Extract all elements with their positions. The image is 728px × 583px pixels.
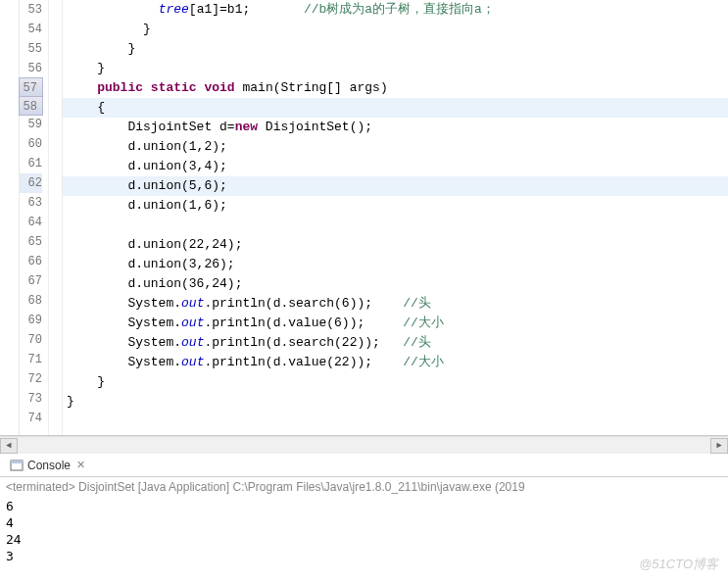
code-line[interactable]: } <box>63 59 728 78</box>
scroll-left-button[interactable]: ◄ <box>0 438 18 454</box>
line-number-gutter[interactable]: 5354555657585960616263646566676869707172… <box>20 0 49 435</box>
horizontal-scrollbar[interactable]: ◄ ► <box>0 436 728 454</box>
console-output-line: 4 <box>6 514 722 531</box>
code-line[interactable]: System.out.println(d.value(6)); //大小 <box>63 314 728 333</box>
code-line[interactable]: d.union(3,4); <box>63 157 728 176</box>
console-output: 64243 <box>6 498 722 564</box>
console-output-line: 6 <box>6 498 722 514</box>
code-line[interactable]: d.union(5,6); <box>63 176 728 196</box>
line-number[interactable]: 63 <box>20 193 42 213</box>
code-editor[interactable]: 5354555657585960616263646566676869707172… <box>0 0 728 436</box>
code-line[interactable]: } <box>63 372 728 392</box>
code-line[interactable]: d.union(1,6); <box>63 196 728 216</box>
scroll-right-button[interactable]: ► <box>710 438 728 454</box>
line-number[interactable]: 62 <box>20 173 42 193</box>
code-line[interactable]: d.union(3,26); <box>63 255 728 274</box>
line-number[interactable]: 73 <box>20 389 42 409</box>
console-output-line: 3 <box>6 548 722 564</box>
line-number[interactable]: 59 <box>20 115 42 134</box>
line-number[interactable]: 71 <box>20 350 42 369</box>
console-body[interactable]: <terminated> DisjointSet [Java Applicati… <box>0 477 728 566</box>
tab-console[interactable]: Console ✕ <box>4 457 91 474</box>
console-status: <terminated> DisjointSet [Java Applicati… <box>6 479 722 496</box>
console-tab-label: Console <box>27 459 71 472</box>
code-line[interactable]: System.out.println(d.value(22)); //大小 <box>63 353 728 372</box>
line-number[interactable]: 60 <box>20 134 42 154</box>
console-tab-bar: Console ✕ <box>0 454 728 477</box>
code-line[interactable]: System.out.println(d.search(22)); //头 <box>63 333 728 353</box>
marker-bar <box>0 0 20 435</box>
line-number[interactable]: 64 <box>20 213 42 232</box>
code-line[interactable] <box>63 412 728 431</box>
code-line[interactable]: { <box>63 98 728 118</box>
code-line[interactable]: System.out.println(d.search(6)); //头 <box>63 294 728 314</box>
console-panel: Console ✕ <terminated> DisjointSet [Java… <box>0 454 728 583</box>
line-number[interactable]: 56 <box>20 59 42 78</box>
console-icon <box>10 459 24 472</box>
code-line[interactable]: d.union(1,2); <box>63 137 728 157</box>
code-line[interactable]: tree[a1]=b1; //b树成为a的子树，直接指向a； <box>63 0 728 20</box>
line-number[interactable]: 67 <box>20 271 42 291</box>
line-number[interactable]: 57 <box>19 77 43 97</box>
line-number[interactable]: 61 <box>20 154 42 173</box>
line-number[interactable]: 68 <box>20 291 42 311</box>
code-line[interactable]: } <box>63 39 728 59</box>
code-line[interactable]: } <box>63 392 728 412</box>
line-number[interactable]: 58 <box>19 96 43 116</box>
folding-column[interactable] <box>49 0 63 435</box>
line-number[interactable]: 65 <box>20 232 42 252</box>
line-number[interactable]: 55 <box>20 39 42 59</box>
line-number[interactable]: 70 <box>20 330 42 350</box>
line-number[interactable]: 72 <box>20 369 42 389</box>
line-number[interactable]: 53 <box>20 0 42 20</box>
code-line[interactable]: d.union(36,24); <box>63 274 728 294</box>
code-line[interactable]: DisjointSet d=new DisjointSet(); <box>63 118 728 137</box>
code-line[interactable]: } <box>63 20 728 39</box>
svg-rect-1 <box>11 461 23 463</box>
line-number[interactable]: 54 <box>20 20 42 39</box>
code-line[interactable]: d.union(22,24); <box>63 235 728 255</box>
code-line[interactable] <box>63 216 728 235</box>
code-line[interactable]: public static void main(String[] args) <box>63 78 728 98</box>
line-number[interactable]: 66 <box>20 252 42 271</box>
line-number[interactable]: 69 <box>20 311 42 330</box>
code-content[interactable]: tree[a1]=b1; //b树成为a的子树，直接指向a； } } } pub… <box>63 0 728 435</box>
line-number[interactable]: 74 <box>20 409 42 428</box>
close-icon[interactable]: ✕ <box>76 459 85 471</box>
console-output-line: 24 <box>6 531 722 548</box>
